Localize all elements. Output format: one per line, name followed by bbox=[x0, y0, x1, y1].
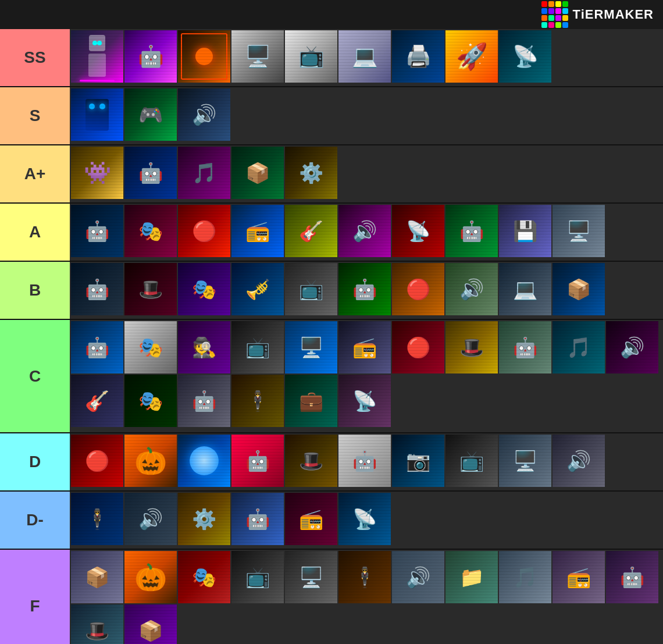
list-item: 📻 bbox=[552, 551, 605, 603]
tier-items-f: 📦 🎭 📺 🖥️ 🕴️ 🔊 📁 🎵 bbox=[70, 550, 663, 644]
list-item: 🔴 bbox=[178, 205, 230, 257]
list-item: 👾 bbox=[71, 147, 123, 199]
tier-row-f: F 📦 🎭 📺 🖥️ 🕴️ 🔊 📁 bbox=[0, 550, 663, 644]
tier-label-d: D bbox=[0, 433, 70, 490]
list-item: 🎩 bbox=[445, 321, 498, 373]
list-item: 📦 bbox=[71, 551, 123, 603]
list-item: 🕴️ bbox=[338, 551, 391, 603]
tier-label-dminus: D- bbox=[0, 492, 70, 549]
list-item: 🔊 bbox=[178, 88, 230, 141]
list-item: 📻 bbox=[338, 321, 391, 373]
tier-row-b: B 🤖 🎩 🎭 🎺 📺 🤖 🔴 🔊 bbox=[0, 262, 663, 320]
logo-text: TiERMAKER bbox=[573, 7, 654, 22]
list-item: 🎩 bbox=[71, 604, 123, 644]
tier-row-a: A 🤖 🎭 🔴 📻 🎸 🔊 📡 🤖 bbox=[0, 204, 663, 262]
tier-row-d: D 🔴 🤖 🎩 🤖 📷 📺 bbox=[0, 433, 663, 492]
list-item: 🔊 bbox=[606, 321, 658, 373]
list-item: 🔴 bbox=[71, 435, 123, 487]
list-item: ⚙️ bbox=[285, 147, 337, 199]
list-item: 🤖 bbox=[445, 205, 498, 257]
list-item: 📡 bbox=[338, 375, 391, 427]
list-item: 🔊 bbox=[392, 551, 444, 603]
list-item: 🎵 bbox=[499, 551, 551, 603]
tier-items-dminus: 🕴️ 🔊 ⚙️ 🤖 📻 📡 bbox=[70, 492, 663, 549]
list-item: 🎭 bbox=[124, 205, 177, 257]
list-item: 🕵️ bbox=[178, 321, 230, 373]
tier-row-c: C 🤖 🎭 🕵️ 📺 🖥️ 📻 🔴 � bbox=[0, 320, 663, 433]
list-item: 🎭 bbox=[124, 375, 177, 427]
tier-items-aplus: 👾 🤖 🎵 📦 ⚙️ bbox=[70, 145, 663, 202]
list-item bbox=[178, 435, 230, 487]
list-item: 🖨️ bbox=[392, 30, 444, 83]
tier-items-ss: 🤖 🖥️ 📺 💻 🖨️ 🚀 📡 bbox=[70, 29, 663, 86]
list-item: 🔊 bbox=[338, 205, 391, 257]
list-item: 📺 bbox=[445, 435, 498, 487]
list-item: 📡 bbox=[499, 30, 551, 83]
list-item: 🤖 bbox=[499, 321, 551, 373]
tier-items-d: 🔴 🤖 🎩 🤖 📷 📺 bbox=[70, 433, 663, 490]
list-item: 🔴 bbox=[392, 263, 444, 315]
list-item bbox=[124, 551, 177, 603]
list-item: 🎵 bbox=[552, 321, 605, 373]
tier-label-s: S bbox=[0, 87, 70, 144]
list-item: 🤖 bbox=[124, 147, 177, 199]
list-item: 🤖 bbox=[606, 551, 658, 603]
list-item: 📦 bbox=[124, 604, 177, 644]
tier-label-aplus: A+ bbox=[0, 145, 70, 202]
list-item: 💻 bbox=[499, 263, 551, 315]
header: TiERMAKER bbox=[0, 0, 663, 29]
tiermaker-logo: TiERMAKER bbox=[541, 1, 654, 28]
list-item: 🤖 bbox=[338, 435, 391, 487]
list-item: 📷 bbox=[392, 435, 444, 487]
tier-items-s: 🎮 🔊 bbox=[70, 87, 663, 144]
list-item: 🖥️ bbox=[231, 30, 284, 83]
list-item: 🖥️ bbox=[499, 435, 551, 487]
list-item: 📁 bbox=[445, 551, 498, 603]
list-item: 🖥️ bbox=[552, 205, 605, 257]
list-item: 🔊 bbox=[445, 263, 498, 315]
tier-label-b: B bbox=[0, 262, 70, 319]
list-item: 📺 bbox=[285, 263, 337, 315]
list-item: 📦 bbox=[231, 147, 284, 199]
list-item bbox=[71, 88, 123, 141]
tier-items-c: 🤖 🎭 🕵️ 📺 🖥️ 📻 🔴 🎩 bbox=[70, 320, 663, 432]
tier-items-a: 🤖 🎭 🔴 📻 🎸 🔊 📡 🤖 bbox=[70, 204, 663, 261]
list-item: 🔊 bbox=[552, 435, 605, 487]
list-item: ⚙️ bbox=[178, 493, 230, 545]
list-item: 📺 bbox=[285, 30, 337, 83]
list-item bbox=[71, 30, 123, 83]
list-item: 🖥️ bbox=[285, 321, 337, 373]
list-item bbox=[178, 30, 230, 83]
list-item: 💼 bbox=[285, 375, 337, 427]
list-item: 📻 bbox=[285, 493, 337, 545]
list-item: 🤖 bbox=[71, 205, 123, 257]
list-item: 🤖 bbox=[338, 263, 391, 315]
list-item: 🤖 bbox=[178, 375, 230, 427]
list-item: 🎩 bbox=[124, 263, 177, 315]
list-item: 🚀 bbox=[445, 30, 498, 83]
list-item: 🎩 bbox=[285, 435, 337, 487]
list-item: 🖥️ bbox=[285, 551, 337, 603]
tier-row-aplus: A+ 👾 🤖 🎵 📦 ⚙️ bbox=[0, 145, 663, 204]
list-item: 🤖 bbox=[71, 263, 123, 315]
tier-row-s: S 🎮 🔊 bbox=[0, 87, 663, 145]
list-item: 📡 bbox=[392, 205, 444, 257]
tier-list: TiERMAKER SS 🤖 🖥️ 📺 bbox=[0, 0, 663, 644]
list-item: 🤖 bbox=[124, 30, 177, 83]
list-item: 🕴️ bbox=[71, 493, 123, 545]
list-item: 🎺 bbox=[231, 263, 284, 315]
tier-label-f: F bbox=[0, 550, 70, 644]
list-item: 📦 bbox=[552, 263, 605, 315]
list-item: 🔴 bbox=[392, 321, 444, 373]
list-item: 🤖 bbox=[231, 493, 284, 545]
list-item: 🤖 bbox=[71, 321, 123, 373]
list-item: 📺 bbox=[231, 551, 284, 603]
tier-label-c: C bbox=[0, 320, 70, 432]
list-item: 🎸 bbox=[285, 205, 337, 257]
list-item bbox=[124, 435, 177, 487]
list-item: 💻 bbox=[338, 30, 391, 83]
list-item: 🎭 bbox=[178, 551, 230, 603]
list-item: 🕴️ bbox=[231, 375, 284, 427]
list-item: 🎮 bbox=[124, 88, 177, 141]
list-item: 🔊 bbox=[124, 493, 177, 545]
